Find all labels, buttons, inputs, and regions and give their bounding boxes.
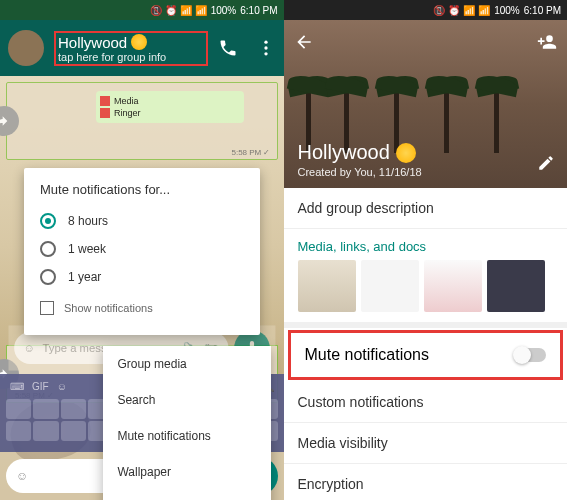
menu-group-media[interactable]: Group media — [103, 346, 270, 382]
clock: 6:10 PM — [524, 5, 561, 16]
overflow-menu: Group media Search Mute notifications Wa… — [103, 346, 270, 500]
radio-8hours[interactable]: 8 hours — [40, 207, 244, 235]
svg-point-0 — [264, 41, 267, 44]
svg-point-2 — [264, 52, 267, 55]
radio-1year[interactable]: 1 year — [40, 263, 244, 291]
more-icon[interactable] — [256, 38, 276, 58]
menu-search[interactable]: Search — [103, 382, 270, 418]
status-icons: 📵⏰📶📶 — [150, 5, 207, 16]
media-thumb[interactable] — [298, 260, 356, 312]
show-notifications-checkbox[interactable]: Show notifications — [40, 295, 244, 321]
mute-toggle[interactable] — [514, 348, 546, 362]
emoji-icon[interactable]: ☺ — [16, 469, 28, 483]
clock: 6:10 PM — [240, 5, 277, 16]
media-thumbnails[interactable] — [284, 260, 568, 328]
custom-notifications[interactable]: Custom notifications — [284, 382, 568, 423]
edit-icon[interactable] — [537, 154, 555, 176]
mute-notifications-row-highlight[interactable]: Mute notifications — [288, 330, 564, 380]
created-by: Created by You, 11/16/18 — [298, 166, 422, 178]
menu-wallpaper[interactable]: Wallpaper — [103, 454, 270, 490]
forward-icon[interactable] — [0, 106, 19, 136]
radio-1week[interactable]: 1 week — [40, 235, 244, 263]
media-section-header[interactable]: Media, links, and docs — [284, 229, 568, 260]
back-icon[interactable] — [294, 32, 314, 52]
starstruck-emoji-icon — [396, 143, 416, 163]
menu-mute[interactable]: Mute notifications — [103, 418, 270, 454]
group-avatar[interactable] — [8, 30, 44, 66]
emoji-icon: ☺ — [24, 341, 36, 354]
media-thumb[interactable] — [424, 260, 482, 312]
keyboard-icon[interactable]: ⌨ — [10, 381, 24, 392]
dialog-title: Mute notifications for... — [40, 182, 244, 197]
group-name: Hollywood — [298, 141, 390, 164]
status-bar: 📵⏰📶📶 100% 6:10 PM — [0, 0, 284, 20]
svg-point-1 — [264, 46, 267, 49]
chat-header[interactable]: Hollywood tap here for group info — [0, 20, 284, 76]
gif-tab[interactable]: GIF — [32, 381, 49, 392]
group-subtitle: tap here for group info — [58, 51, 204, 63]
call-icon[interactable] — [218, 38, 238, 58]
media-visibility[interactable]: Media visibility — [284, 423, 568, 464]
screenshot-message-1: Media Ringer 5:58 PM ✓ — [6, 82, 278, 160]
encryption[interactable]: Encryption — [284, 464, 568, 500]
mute-dialog: Mute notifications for... 8 hours 1 week… — [24, 168, 260, 335]
media-thumb[interactable] — [487, 260, 545, 312]
group-name: Hollywood — [58, 34, 127, 51]
add-description[interactable]: Add group description — [284, 188, 568, 229]
left-screenshot: 📵⏰📶📶 100% 6:10 PM Hollywood tap here for… — [0, 0, 284, 500]
right-screenshot: 📵⏰📶📶 100% 6:10 PM Hollywood Created by Y… — [284, 0, 568, 500]
header-title-highlight[interactable]: Hollywood tap here for group info — [54, 31, 208, 66]
menu-more[interactable]: More ▸ — [103, 490, 270, 500]
status-bar: 📵⏰📶📶 100% 6:10 PM — [284, 0, 568, 20]
mute-label: Mute notifications — [305, 346, 430, 364]
chat-background: Media Ringer 5:58 PM ✓ Mute notification… — [0, 76, 284, 500]
battery-text: 100% — [211, 5, 237, 16]
starstruck-emoji-icon — [131, 34, 147, 50]
battery-text: 100% — [494, 5, 520, 16]
status-icons: 📵⏰📶📶 — [433, 5, 490, 16]
group-info-header: Hollywood Created by You, 11/16/18 — [284, 20, 568, 188]
sticker-icon[interactable]: ☺ — [57, 381, 67, 392]
media-thumb[interactable] — [361, 260, 419, 312]
add-participant-icon[interactable] — [537, 32, 557, 52]
